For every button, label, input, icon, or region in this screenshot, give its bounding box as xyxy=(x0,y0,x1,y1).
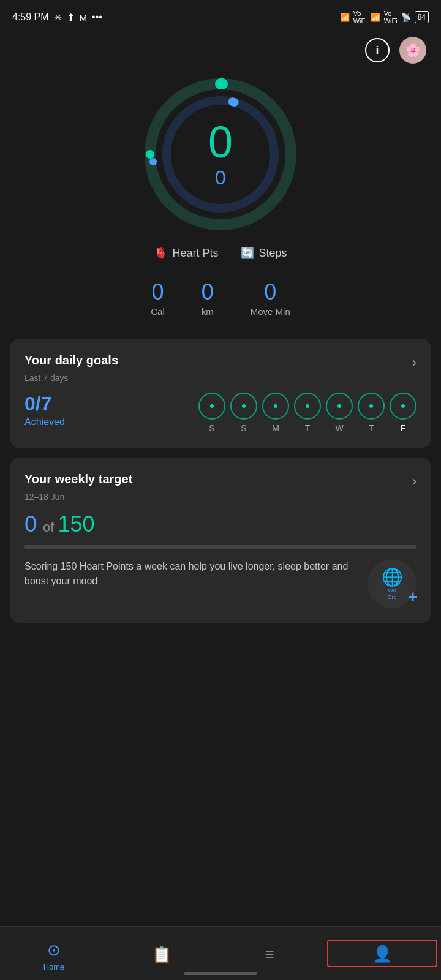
move-min-value: 0 xyxy=(251,279,290,305)
day-item-f: F xyxy=(390,393,417,433)
weekly-target-chevron[interactable]: › xyxy=(412,473,417,489)
ring-legend: 🫀 Heart Pts 🔄 Steps xyxy=(0,246,441,260)
achieved-count: 0/7 xyxy=(24,393,65,415)
day-label-s2: S xyxy=(241,423,246,433)
achieved-row: 0/7 Achieved S S M T xyxy=(24,393,417,433)
svg-point-5 xyxy=(149,158,157,165)
weekly-description: Scoring 150 Heart Points a week can help… xyxy=(24,559,358,589)
achieved-text: 0/7 Achieved xyxy=(24,393,65,428)
weekly-target-title: Your weekly target xyxy=(24,472,132,486)
day-ring-m xyxy=(262,393,289,420)
browse-icon: ≡ xyxy=(265,945,274,964)
activity-ring-container: 0 0 xyxy=(0,75,441,234)
cal-stat: 0 Cal xyxy=(151,279,165,317)
move-min-stat: 0 Move Min xyxy=(251,279,290,317)
user-avatar[interactable]: 🌸 xyxy=(399,37,426,64)
day-label-f: F xyxy=(401,423,406,433)
heart-icon: 🫀 xyxy=(154,246,167,260)
day-label-t1: T xyxy=(305,423,311,433)
ring-center-values: 0 0 xyxy=(208,120,233,189)
day-label-w: W xyxy=(335,423,343,433)
day-ring-t2 xyxy=(358,393,385,420)
day-ring-s2 xyxy=(230,393,257,420)
heart-pts-legend[interactable]: 🫀 Heart Pts xyxy=(154,246,218,260)
activity-ring[interactable]: 0 0 xyxy=(141,75,300,234)
vo-wifi-label: VoWiFi xyxy=(353,10,367,24)
km-value: 0 xyxy=(202,279,214,305)
weekly-target-subtitle: 12–18 Jun xyxy=(24,492,417,502)
who-text: Wo Org xyxy=(387,587,396,601)
status-right: 📶 VoWiFi 📶 VoWiFi 📡 84 xyxy=(340,10,429,24)
plus-blue: + xyxy=(408,587,418,606)
daily-goals-subtitle: Last 7 days xyxy=(24,373,417,383)
notification-icon: ✳ xyxy=(54,12,62,23)
day-ring-t1 xyxy=(294,393,321,420)
day-ring-w xyxy=(326,393,353,420)
daily-goals-chevron[interactable]: › xyxy=(412,355,417,371)
achieved-label: Achieved xyxy=(24,417,65,428)
who-badge: 🌐 Wo Org + xyxy=(368,559,417,608)
svg-point-4 xyxy=(146,150,154,159)
nav-browse[interactable]: ≡ xyxy=(216,940,323,967)
heart-pts-value: 0 xyxy=(208,120,233,164)
weekly-current: 0 xyxy=(24,511,37,537)
day-label-s1: S xyxy=(209,423,214,433)
home-label: Home xyxy=(43,962,65,971)
info-button[interactable]: i xyxy=(365,38,390,62)
status-bar: 4:59 PM ✳ ⬆ M ••• 📶 VoWiFi 📶 VoWiFi 📡 84 xyxy=(0,0,441,32)
day-item-w: W xyxy=(326,393,353,433)
signal-icon-2: 📶 xyxy=(371,13,380,22)
steps-label: Steps xyxy=(259,247,287,260)
daily-goals-card[interactable]: Your daily goals › Last 7 days 0/7 Achie… xyxy=(10,339,431,448)
km-stat: 0 km xyxy=(202,279,214,317)
weekly-count: 0 of 150 xyxy=(24,511,417,537)
wifi-icon: 📡 xyxy=(401,13,411,22)
cal-label: Cal xyxy=(151,306,165,317)
weekly-target-value: 150 xyxy=(58,511,95,537)
day-ring-s1 xyxy=(198,393,225,420)
home-indicator xyxy=(184,972,257,975)
day-item-s1: S xyxy=(198,393,225,433)
steps-icon: 🔄 xyxy=(241,246,254,260)
upload-icon: ⬆ xyxy=(67,12,75,23)
weekly-target-header: Your weekly target › xyxy=(24,472,417,489)
km-label: km xyxy=(202,306,214,317)
status-left: 4:59 PM ✳ ⬆ M ••• xyxy=(12,12,102,23)
more-icon: ••• xyxy=(92,12,102,23)
day-label-m: M xyxy=(272,423,279,433)
stats-row: 0 Cal 0 km 0 Move Min xyxy=(0,279,441,317)
journal-icon: 📋 xyxy=(152,945,172,964)
vo-wifi-label-2: VoWiFi xyxy=(384,10,398,24)
day-label-t2: T xyxy=(369,423,374,433)
nav-profile[interactable]: 👤 xyxy=(327,940,437,967)
battery-indicator: 84 xyxy=(415,11,429,23)
days-grid: S S M T W xyxy=(80,393,417,433)
signal-icon: 📶 xyxy=(340,13,350,22)
day-item-t1: T xyxy=(294,393,321,433)
who-logo-icon: 🌐 xyxy=(382,567,403,587)
nav-home[interactable]: ⊙ Home xyxy=(0,936,108,971)
mail-icon: M xyxy=(80,12,88,23)
weekly-target-card[interactable]: Your weekly target › 12–18 Jun 0 of 150 … xyxy=(10,458,431,623)
profile-icon: 👤 xyxy=(372,944,392,963)
day-item-t2: T xyxy=(358,393,385,433)
heart-pts-label: Heart Pts xyxy=(172,247,218,260)
header-icons: i 🌸 xyxy=(0,32,441,69)
day-item-s2: S xyxy=(230,393,257,433)
steps-legend[interactable]: 🔄 Steps xyxy=(241,246,287,260)
weekly-bottom: Scoring 150 Heart Points a week can help… xyxy=(24,559,417,608)
time-display: 4:59 PM xyxy=(12,12,49,23)
home-icon: ⊙ xyxy=(47,941,61,960)
daily-goals-title: Your daily goals xyxy=(24,353,118,368)
progress-bar-bg xyxy=(24,545,417,549)
steps-value: 0 xyxy=(208,167,233,189)
weekly-of-text: of xyxy=(43,519,58,535)
move-min-label: Move Min xyxy=(251,306,290,317)
nav-journal[interactable]: 📋 xyxy=(108,940,216,967)
daily-goals-header: Your daily goals › xyxy=(24,353,417,371)
day-item-m: M xyxy=(262,393,289,433)
day-ring-f xyxy=(390,393,417,420)
cal-value: 0 xyxy=(151,279,165,305)
plus-symbol: + xyxy=(408,589,418,606)
